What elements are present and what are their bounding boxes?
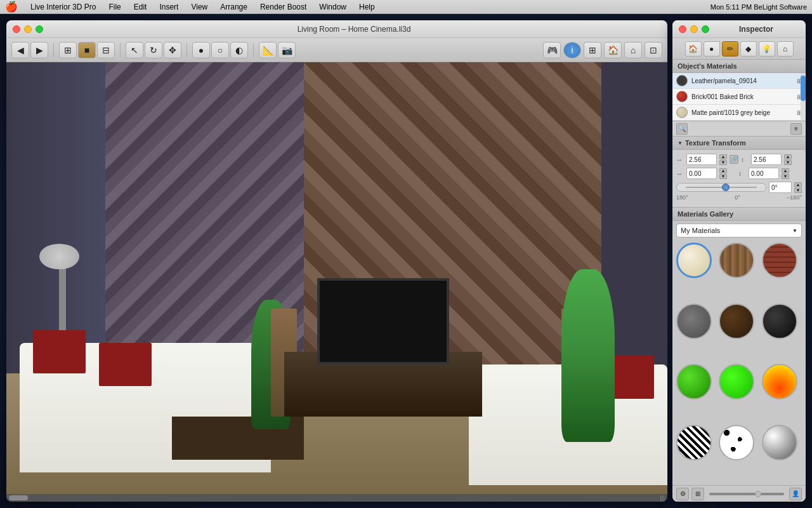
gallery-grid-button[interactable]: ⊞ bbox=[691, 488, 704, 500]
material-item-0[interactable]: Leather/pamela_09014 ⊞ bbox=[672, 73, 806, 89]
gallery-item-fire[interactable] bbox=[762, 364, 797, 399]
materials-gallery-section: Materials Gallery My Materials ▼ bbox=[672, 208, 806, 502]
material-item-1[interactable]: Brick/001 Baked Brick ⊞ bbox=[672, 89, 806, 105]
inspector-title: Inspector bbox=[713, 25, 799, 34]
scene-view-button[interactable]: ⌂ bbox=[624, 42, 642, 58]
sep4 bbox=[253, 43, 254, 57]
inspector-tab-sphere[interactable]: ● bbox=[704, 41, 720, 57]
tt-link-icon: 🔗 bbox=[730, 155, 738, 164]
edge-mode[interactable]: ○ bbox=[211, 42, 229, 58]
tt-hoff-icon: ↔ bbox=[676, 170, 684, 177]
gallery-dropdown[interactable]: My Materials ▼ bbox=[676, 224, 802, 237]
tt-v-stepper[interactable]: ▲ ▼ bbox=[784, 154, 792, 165]
inspector-tab-scene[interactable]: ⌂ bbox=[777, 41, 794, 57]
tt-v-up[interactable]: ▲ bbox=[784, 154, 792, 159]
rotation-slider[interactable] bbox=[676, 183, 766, 192]
back-button[interactable]: ◀ bbox=[11, 42, 29, 58]
gallery-item-black[interactable] bbox=[762, 304, 797, 339]
tt-voff-up[interactable]: ▲ bbox=[782, 168, 789, 173]
inspector-tab-home[interactable]: 🏠 bbox=[685, 41, 702, 57]
gallery-item-bright-green[interactable] bbox=[719, 364, 754, 399]
menu-arrange[interactable]: Arrange bbox=[218, 3, 250, 11]
gallery-item-dark-wood[interactable] bbox=[719, 304, 754, 339]
fullscreen-button[interactable] bbox=[36, 25, 43, 33]
menu-edit[interactable]: Edit bbox=[131, 3, 150, 11]
inspector-fullscreen[interactable] bbox=[702, 25, 709, 33]
tt-hoff-up[interactable]: ▲ bbox=[719, 168, 727, 173]
tt-voff-value[interactable]: 0.00 bbox=[749, 168, 779, 179]
menu-view[interactable]: View bbox=[188, 3, 210, 11]
tt-hoff-stepper[interactable]: ▲ ▼ bbox=[719, 168, 727, 179]
apple-menu-icon[interactable]: 🍎 bbox=[5, 1, 18, 13]
gallery-size-slider[interactable] bbox=[709, 493, 784, 495]
main-window-titlebar: Living Room – Home Cinema.li3d bbox=[6, 20, 667, 38]
inspector-minimize[interactable] bbox=[690, 25, 698, 33]
rotation-value[interactable]: 0° bbox=[769, 182, 792, 193]
fullscreen-view-button[interactable]: ⊡ bbox=[645, 42, 662, 58]
tt-voff-stepper[interactable]: ▲ ▼ bbox=[782, 168, 789, 179]
tt-voff-icon: ↕ bbox=[738, 170, 746, 177]
scroll-thumb[interactable] bbox=[9, 495, 28, 500]
gallery-item-chrome[interactable] bbox=[762, 425, 797, 460]
minimize-button[interactable] bbox=[24, 25, 32, 33]
rotation-up[interactable]: ▲ bbox=[794, 182, 802, 187]
close-button[interactable] bbox=[13, 25, 20, 33]
pan-tool[interactable]: ✥ bbox=[164, 42, 181, 58]
3d-viewport[interactable] bbox=[6, 62, 667, 494]
menu-insert[interactable]: Insert bbox=[157, 3, 181, 11]
material-item-2[interactable]: Matte paint/1019 grey beige ⊞ bbox=[672, 105, 806, 121]
3d-view-button[interactable]: ■ bbox=[78, 42, 96, 58]
menu-help[interactable]: Help bbox=[357, 3, 377, 11]
gallery-item-green[interactable] bbox=[676, 364, 712, 399]
gallery-settings-button[interactable]: ⚙ bbox=[676, 488, 689, 500]
inspector-tab-material[interactable]: ✏ bbox=[722, 41, 738, 57]
face-mode[interactable]: ◐ bbox=[230, 42, 248, 58]
materials-list[interactable]: Leather/pamela_09014 ⊞ Brick/001 Baked B… bbox=[672, 73, 806, 121]
gallery-item-brick[interactable] bbox=[762, 243, 797, 278]
forward-button[interactable]: ▶ bbox=[30, 42, 48, 58]
scene-tv[interactable] bbox=[317, 278, 449, 364]
gallery-item-concrete[interactable] bbox=[676, 304, 712, 339]
tt-h-value[interactable]: 2.56 bbox=[686, 154, 717, 165]
measure-button[interactable]: 📐 bbox=[259, 42, 277, 58]
gallery-item-wood[interactable] bbox=[719, 243, 754, 278]
tt-v-value[interactable]: 2.56 bbox=[751, 154, 782, 165]
menu-render-boost[interactable]: Render Boost bbox=[258, 3, 309, 11]
floor-plan-button[interactable]: ⊞ bbox=[59, 42, 77, 58]
tt-v-down[interactable]: ▼ bbox=[784, 160, 792, 165]
tt-h-down[interactable]: ▼ bbox=[719, 160, 727, 165]
gallery-item-spots[interactable] bbox=[719, 425, 754, 460]
material-search-button[interactable]: 🔍 bbox=[676, 123, 688, 135]
tt-h-stepper[interactable]: ▲ ▼ bbox=[719, 154, 727, 165]
tt-hoff-down[interactable]: ▼ bbox=[719, 174, 727, 179]
tt-voff-down[interactable]: ▼ bbox=[782, 174, 789, 179]
point-mode[interactable]: ● bbox=[192, 42, 210, 58]
inspector-close[interactable] bbox=[679, 25, 686, 33]
viewport-scrollbar[interactable]: ||| bbox=[6, 494, 667, 502]
tt-h-up[interactable]: ▲ bbox=[719, 154, 727, 159]
rotation-max-label: –180° bbox=[787, 194, 802, 201]
select-tool[interactable]: ↖ bbox=[126, 42, 143, 58]
living-room-scene bbox=[6, 62, 667, 494]
menu-window[interactable]: Window bbox=[317, 3, 349, 11]
gallery-item-zebra[interactable] bbox=[676, 425, 712, 460]
split-view-button[interactable]: ⊟ bbox=[97, 42, 115, 58]
render-button[interactable]: 🎮 bbox=[543, 42, 561, 58]
material-menu-button[interactable]: ≡ bbox=[790, 123, 802, 135]
tt-hoff-value[interactable]: 0.00 bbox=[686, 168, 717, 179]
gallery-item-cream[interactable] bbox=[676, 243, 712, 278]
inspector-tab-light[interactable]: 💡 bbox=[759, 41, 775, 57]
menu-app[interactable]: Live Interior 3D Pro bbox=[28, 3, 98, 11]
orbit-tool[interactable]: ↻ bbox=[145, 42, 162, 58]
rotation-down[interactable]: ▼ bbox=[794, 188, 802, 193]
info-button[interactable]: i bbox=[563, 42, 581, 58]
rotation-stepper[interactable]: ▲ ▼ bbox=[794, 182, 802, 193]
home-view-button[interactable]: 🏠 bbox=[604, 42, 622, 58]
inspector-tab-gem[interactable]: ◆ bbox=[740, 41, 757, 57]
menu-file[interactable]: File bbox=[106, 3, 123, 11]
gallery-person-button[interactable]: 👤 bbox=[789, 488, 802, 500]
snapshot-button[interactable]: 📷 bbox=[278, 42, 296, 58]
2d-view-button[interactable]: ⊞ bbox=[584, 42, 601, 58]
rotation-thumb[interactable] bbox=[722, 184, 730, 191]
gallery-size-thumb[interactable] bbox=[755, 491, 761, 497]
